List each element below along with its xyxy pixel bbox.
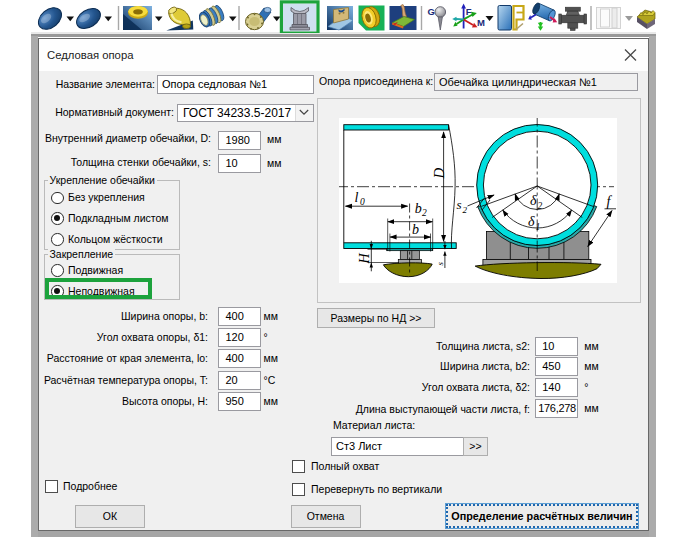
svg-text:δ: δ <box>528 214 535 229</box>
svg-text:l: l <box>355 189 359 204</box>
svg-text:2: 2 <box>538 200 543 210</box>
svg-text:2: 2 <box>422 208 427 218</box>
svg-text:b: b <box>412 221 419 236</box>
svg-text:2: 2 <box>463 205 468 215</box>
svg-text:s: s <box>457 197 462 212</box>
svg-text:δ: δ <box>530 193 537 208</box>
svg-text:G: G <box>428 6 435 17</box>
svg-text:1: 1 <box>536 221 541 231</box>
svg-text:M: M <box>477 17 485 28</box>
svg-text:0: 0 <box>360 197 365 207</box>
svg-text:f: f <box>607 193 613 208</box>
svg-text:H: H <box>357 252 372 264</box>
svg-text:b: b <box>415 200 422 215</box>
svg-text:F: F <box>466 6 472 17</box>
svg-text:D: D <box>431 167 447 179</box>
svg-text:s: s <box>435 261 445 265</box>
